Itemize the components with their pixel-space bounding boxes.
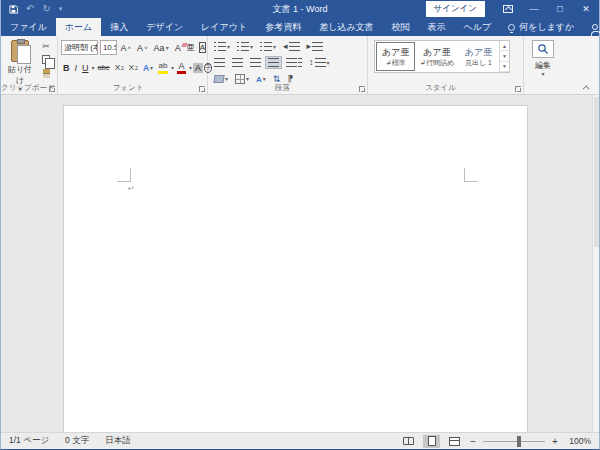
font-name-combo[interactable]: 游明朝 (本文のフ ▾	[61, 40, 98, 55]
increase-indent-button[interactable]: ▸	[305, 41, 326, 52]
style-gallery-more-icon[interactable]: ▼	[500, 62, 509, 72]
style-no-spacing[interactable]: あア亜 ↲行間詰め	[416, 41, 457, 72]
person-icon	[592, 24, 598, 30]
zoom-percentage[interactable]: 100%	[565, 436, 591, 446]
editing-button[interactable]: 編集 ▾	[531, 40, 555, 77]
tab-view[interactable]: 表示	[419, 18, 455, 36]
zoom-slider-thumb[interactable]	[517, 436, 521, 447]
style-heading1[interactable]: あア亜 見出し 1	[458, 41, 499, 72]
tab-review[interactable]: 校閲	[383, 18, 419, 36]
font-size-value: 10.5	[103, 43, 117, 52]
align-left-button[interactable]	[212, 57, 227, 68]
tab-home[interactable]: ホーム	[56, 18, 101, 36]
share-button[interactable]: 共有	[582, 18, 600, 36]
underline-dropdown-caret[interactable]: ▾	[92, 65, 95, 71]
superscript-button[interactable]: X2	[127, 62, 140, 73]
highlight-color-button[interactable]: ab	[156, 60, 170, 75]
customize-qat-icon[interactable]: ▾	[59, 4, 63, 14]
character-shading-button[interactable]: A	[193, 63, 203, 73]
vertical-scrollbar[interactable]	[592, 95, 599, 433]
print-layout-icon[interactable]	[423, 435, 440, 448]
tell-me-box[interactable]: 何をしますか	[500, 18, 582, 36]
format-painter-icon[interactable]	[39, 68, 53, 79]
font-name-value: 游明朝 (本文のフ	[64, 42, 98, 53]
justify-button[interactable]	[266, 57, 281, 68]
style-normal[interactable]: あア亜 ↲標準	[375, 41, 416, 72]
tab-help[interactable]: ヘルプ	[455, 18, 501, 36]
italic-button[interactable]: I	[73, 62, 80, 74]
grow-font-button[interactable]: A˄	[119, 42, 134, 54]
underline-button[interactable]: U	[80, 62, 91, 74]
zoom-in-button[interactable]: +	[551, 436, 559, 447]
styles-dialog-launcher[interactable]	[515, 86, 521, 92]
paragraph-group-label: 段落	[208, 83, 357, 93]
tab-references[interactable]: 参考資料	[256, 18, 310, 36]
collapse-ribbon-icon[interactable]	[581, 83, 593, 91]
minimize-button[interactable]: —	[521, 0, 547, 18]
ribbon-display-options-icon[interactable]	[495, 0, 521, 18]
align-center-button[interactable]	[230, 57, 245, 68]
decrease-indent-button[interactable]: ◂	[281, 41, 302, 52]
numbering-button[interactable]: ▾	[235, 41, 255, 52]
style-scroll-down-icon[interactable]: ▼	[500, 51, 509, 61]
document-page[interactable]: ↵	[63, 105, 528, 433]
editing-dropdown-caret[interactable]: ▾	[531, 71, 555, 77]
copy-icon[interactable]	[39, 54, 53, 65]
distribute-button[interactable]	[284, 57, 304, 68]
lightbulb-icon	[508, 24, 515, 31]
font-color-button[interactable]: A	[175, 61, 188, 75]
ribbon-tab-bar: ファイル ホーム 挿入 デザイン レイアウト 参考資料 差し込み文書 校閲 表示…	[1, 18, 599, 36]
style-scroll-up-icon[interactable]: ▲	[500, 41, 509, 51]
undo-icon[interactable]: ↶	[26, 4, 34, 14]
change-case-button[interactable]: Aa▾	[152, 42, 171, 54]
tab-design[interactable]: デザイン	[137, 18, 192, 36]
word-count[interactable]: 0 文字	[57, 435, 97, 447]
paragraph-group: ▾ ▾ ▾ ◂ ▸ ↕▾ ▾ ▾ A▾ ⇅ ⁋ 段落	[208, 36, 368, 94]
text-boundary-mark-left	[117, 168, 131, 182]
subscript-button[interactable]: X2	[113, 62, 126, 73]
character-border-icon[interactable]: A	[199, 42, 206, 53]
vertical-scrollbar-thumb[interactable]	[594, 97, 599, 247]
bold-button[interactable]: B	[61, 62, 72, 74]
align-right-button[interactable]	[248, 57, 263, 68]
paste-clipboard-icon	[11, 40, 29, 62]
zoom-slider[interactable]	[483, 435, 545, 448]
paste-button[interactable]: 貼り付け ▾	[5, 40, 35, 86]
font-dialog-launcher[interactable]	[199, 86, 205, 92]
tab-mailings[interactable]: 差し込み文書	[310, 18, 382, 36]
read-mode-icon[interactable]	[400, 435, 417, 448]
editing-label: 編集	[531, 60, 555, 71]
highlight-dropdown-caret[interactable]: ▾	[171, 65, 174, 71]
bullets-button[interactable]: ▾	[212, 41, 232, 52]
clear-formatting-icon[interactable]: A	[173, 42, 183, 54]
tab-layout[interactable]: レイアウト	[192, 18, 256, 36]
text-boundary-mark-right	[464, 168, 478, 182]
save-icon[interactable]	[9, 5, 18, 14]
tab-insert[interactable]: 挿入	[101, 18, 137, 36]
sign-in-button[interactable]: サインイン	[426, 1, 486, 17]
clipboard-dialog-launcher[interactable]	[49, 86, 55, 92]
close-button[interactable]: ✕	[573, 0, 599, 18]
font-color-dropdown-caret[interactable]: ▾	[189, 65, 192, 71]
text-effects-button[interactable]: A▾	[141, 62, 155, 74]
ribbon: 貼り付け ▾ ✂ クリップボード 游明朝 (本文のフ ▾ 10.5 ▾	[1, 36, 599, 95]
web-layout-icon[interactable]	[446, 435, 463, 448]
document-area: ↵	[1, 95, 599, 433]
styles-group: あア亜 ↲標準 あア亜 ↲行間詰め あア亜 見出し 1 ▲ ▼ ▼ スタイル	[368, 36, 524, 94]
font-size-combo[interactable]: 10.5 ▾	[100, 40, 117, 55]
language-indicator[interactable]: 日本語	[97, 435, 139, 447]
style-gallery: あア亜 ↲標準 あア亜 ↲行間詰め あア亜 見出し 1 ▲ ▼ ▼	[374, 40, 510, 73]
strikethrough-button[interactable]: abc	[96, 62, 112, 73]
shrink-font-button[interactable]: A˅	[135, 42, 150, 54]
zoom-out-button[interactable]: −	[469, 436, 477, 447]
maximize-button[interactable]: □	[547, 0, 573, 18]
multilevel-list-button[interactable]: ▾	[258, 41, 278, 52]
font-group: 游明朝 (本文のフ ▾ 10.5 ▾ A˄ A˅ Aa▾ A 亜 A B I U…	[59, 36, 208, 94]
redo-icon[interactable]: ↻	[42, 4, 50, 14]
tab-file[interactable]: ファイル	[1, 18, 56, 36]
search-icon[interactable]	[532, 40, 554, 58]
line-spacing-button[interactable]: ↕▾	[307, 57, 332, 68]
cut-icon[interactable]: ✂	[39, 40, 53, 51]
paragraph-dialog-launcher[interactable]	[359, 86, 365, 92]
page-count[interactable]: 1/1 ページ	[1, 435, 57, 447]
